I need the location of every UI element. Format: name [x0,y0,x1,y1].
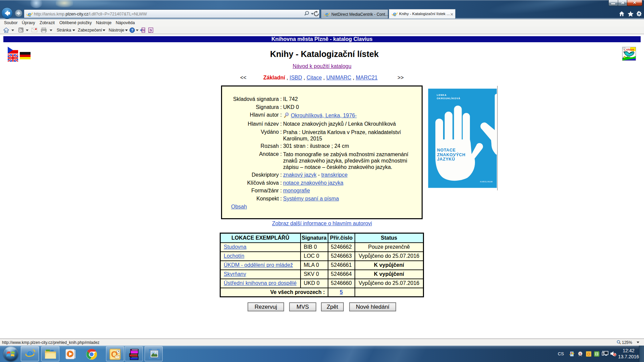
svg-text:KAROLINUM: KAROLINUM [480,181,493,183]
svg-text:N: N [142,28,145,32]
svg-text:?: ? [131,28,133,32]
svg-text:N: N [150,28,152,32]
svg-text:e: e [27,348,33,360]
svg-text:LENKA: LENKA [437,94,447,96]
svg-text:ZNAKOVÝCH: ZNAKOVÝCH [437,152,466,157]
svg-text:O: O [587,352,590,357]
svg-text:OKROUHLÍKOVÁ: OKROUHLÍKOVÁ [437,97,461,100]
svg-text:JAZYKŮ: JAZYKŮ [437,156,455,162]
svg-text:S: S [579,352,581,356]
svg-text:NOTACE: NOTACE [437,148,455,153]
